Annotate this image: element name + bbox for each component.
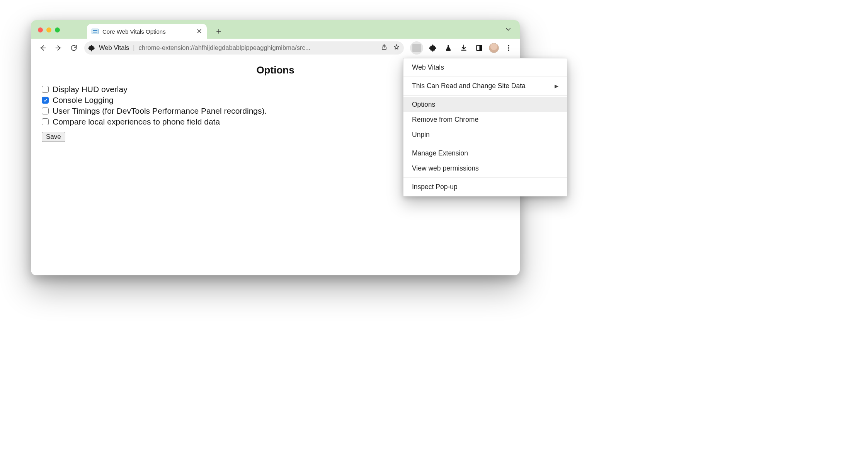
nav-reload-button[interactable] xyxy=(67,41,80,55)
downloads-icon[interactable] xyxy=(458,42,470,54)
checkbox-user-timings[interactable] xyxy=(42,108,49,114)
ctx-separator xyxy=(403,95,567,96)
svg-point-4 xyxy=(508,47,509,48)
omnibox-url: chrome-extension://ahfhijdlegdabablpippe… xyxy=(139,44,377,51)
nav-forward-button[interactable] xyxy=(52,41,65,55)
option-label: Display HUD overlay xyxy=(53,85,128,94)
panel-icon[interactable] xyxy=(473,42,485,54)
svg-point-3 xyxy=(508,45,509,46)
browser-tab[interactable]: Core Web Vitals Options ✕ xyxy=(87,24,207,39)
save-button[interactable]: Save xyxy=(42,132,65,142)
window-minimize-button[interactable] xyxy=(46,27,51,32)
extension-icon xyxy=(88,44,95,51)
window-fullscreen-button[interactable] xyxy=(55,27,60,32)
nav-back-button[interactable] xyxy=(36,41,49,55)
browser-menu-button[interactable] xyxy=(503,42,514,54)
address-bar[interactable]: Web Vitals | chrome-extension://ahfhijdl… xyxy=(84,41,404,55)
ctx-site-data-submenu[interactable]: This Can Read and Change Site Data ▶ xyxy=(403,78,567,94)
ctx-separator xyxy=(403,177,567,178)
share-icon[interactable] xyxy=(381,44,388,52)
checkbox-hud-overlay[interactable] xyxy=(42,86,49,93)
window-controls xyxy=(38,27,60,32)
tab-favicon-icon xyxy=(92,29,99,34)
tab-list-button[interactable] xyxy=(504,26,512,35)
ctx-options[interactable]: Options xyxy=(403,97,567,112)
tab-strip: Core Web Vitals Options ✕ xyxy=(31,20,520,39)
bookmark-star-icon[interactable] xyxy=(393,44,400,52)
window-close-button[interactable] xyxy=(38,27,43,32)
extension-placeholder-icon xyxy=(412,44,421,52)
tab-title: Core Web Vitals Options xyxy=(102,28,166,35)
ctx-separator xyxy=(403,144,567,144)
svg-point-5 xyxy=(508,49,509,51)
profile-avatar[interactable] xyxy=(489,43,499,53)
checkbox-console-logging[interactable] xyxy=(42,97,49,104)
labs-flask-icon[interactable] xyxy=(443,42,454,54)
option-label: Console Logging xyxy=(53,96,114,105)
checkbox-compare-local[interactable] xyxy=(42,118,49,125)
submenu-arrow-icon: ▶ xyxy=(555,83,558,89)
extensions-puzzle-icon[interactable] xyxy=(427,42,439,54)
browser-window: Core Web Vitals Options ✕ Web xyxy=(31,20,520,275)
ctx-item-label: This Can Read and Change Site Data xyxy=(412,82,526,90)
omnibox-separator: | xyxy=(133,44,134,51)
ctx-remove[interactable]: Remove from Chrome xyxy=(403,112,567,127)
option-label: Compare local experiences to phone field… xyxy=(53,117,220,126)
ctx-separator xyxy=(403,77,567,77)
ctx-manage-extension[interactable]: Manage Extension xyxy=(403,146,567,161)
ctx-view-permissions[interactable]: View web permissions xyxy=(403,161,567,176)
extension-context-menu: Web Vitals This Can Read and Change Site… xyxy=(403,58,567,196)
active-extension-indicator[interactable] xyxy=(410,41,423,55)
tab-close-button[interactable]: ✕ xyxy=(196,28,202,35)
svg-rect-2 xyxy=(480,45,482,50)
new-tab-button[interactable] xyxy=(212,25,225,38)
browser-toolbar: Web Vitals | chrome-extension://ahfhijdl… xyxy=(31,39,520,57)
ctx-inspect-popup[interactable]: Inspect Pop-up xyxy=(403,179,567,195)
ctx-extension-title: Web Vitals xyxy=(403,60,567,75)
ctx-unpin[interactable]: Unpin xyxy=(403,127,567,142)
omnibox-extension-name: Web Vitals xyxy=(99,44,129,51)
option-label: User Timings (for DevTools Performance P… xyxy=(53,106,267,116)
